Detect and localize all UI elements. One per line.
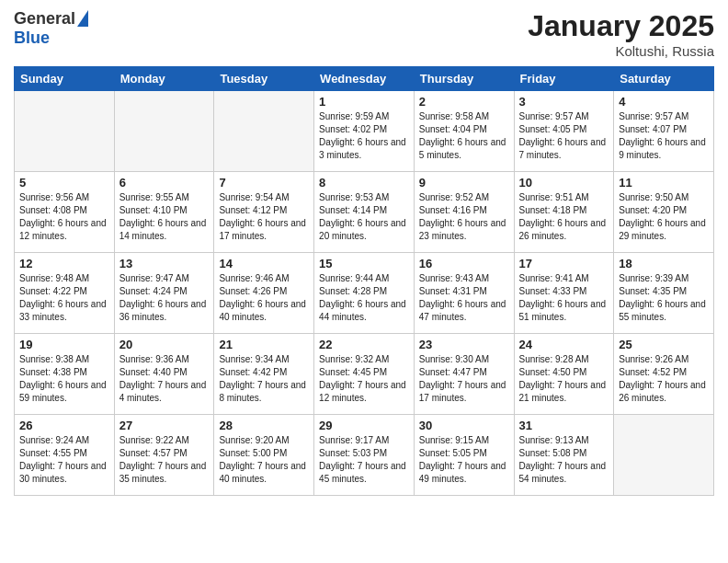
calendar-cell: 18Sunrise: 9:39 AMSunset: 4:35 PMDayligh… <box>614 253 714 334</box>
calendar-cell <box>214 91 314 172</box>
day-number: 19 <box>19 338 109 351</box>
cell-info: Sunrise: 9:41 AMSunset: 4:33 PMDaylight:… <box>519 272 609 324</box>
day-number: 26 <box>19 419 109 432</box>
day-number: 2 <box>419 95 509 109</box>
cell-info: Sunrise: 9:43 AMSunset: 4:31 PMDaylight:… <box>419 272 509 324</box>
calendar-cell: 15Sunrise: 9:44 AMSunset: 4:28 PMDayligh… <box>314 253 415 334</box>
calendar-week-row: 1Sunrise: 9:59 AMSunset: 4:02 PMDaylight… <box>15 91 714 172</box>
cell-info: Sunrise: 9:34 AMSunset: 4:42 PMDaylight:… <box>219 353 309 405</box>
calendar-week-row: 26Sunrise: 9:24 AMSunset: 4:55 PMDayligh… <box>15 415 714 496</box>
day-number: 21 <box>219 338 309 351</box>
cell-info: Sunrise: 9:39 AMSunset: 4:35 PMDaylight:… <box>619 272 709 324</box>
cell-info: Sunrise: 9:56 AMSunset: 4:08 PMDaylight:… <box>19 191 109 243</box>
cell-info: Sunrise: 9:47 AMSunset: 4:24 PMDaylight:… <box>119 272 210 324</box>
calendar-cell: 22Sunrise: 9:32 AMSunset: 4:45 PMDayligh… <box>314 334 415 415</box>
day-number: 3 <box>519 95 609 109</box>
calendar-cell: 20Sunrise: 9:36 AMSunset: 4:40 PMDayligh… <box>114 334 214 415</box>
cell-info: Sunrise: 9:58 AMSunset: 4:04 PMDaylight:… <box>419 110 509 162</box>
day-number: 23 <box>419 338 509 351</box>
logo-triangle-icon <box>77 10 88 27</box>
calendar-cell: 30Sunrise: 9:15 AMSunset: 5:05 PMDayligh… <box>414 415 514 496</box>
cell-info: Sunrise: 9:32 AMSunset: 4:45 PMDaylight:… <box>319 353 409 405</box>
cell-info: Sunrise: 9:53 AMSunset: 4:14 PMDaylight:… <box>319 191 409 243</box>
month-title: January 2025 <box>528 9 714 43</box>
calendar-day-header: Monday <box>114 67 214 91</box>
calendar-cell: 16Sunrise: 9:43 AMSunset: 4:31 PMDayligh… <box>414 253 514 334</box>
day-number: 1 <box>319 95 409 109</box>
day-number: 31 <box>519 419 609 432</box>
cell-info: Sunrise: 9:17 AMSunset: 5:03 PMDaylight:… <box>319 434 409 486</box>
cell-info: Sunrise: 9:57 AMSunset: 4:05 PMDaylight:… <box>519 110 609 162</box>
calendar-cell <box>114 91 214 172</box>
day-number: 18 <box>619 257 709 270</box>
calendar-cell: 3Sunrise: 9:57 AMSunset: 4:05 PMDaylight… <box>514 91 614 172</box>
calendar-cell: 29Sunrise: 9:17 AMSunset: 5:03 PMDayligh… <box>314 415 415 496</box>
calendar-cell: 25Sunrise: 9:26 AMSunset: 4:52 PMDayligh… <box>614 334 714 415</box>
calendar-cell: 14Sunrise: 9:46 AMSunset: 4:26 PMDayligh… <box>214 253 314 334</box>
cell-info: Sunrise: 9:50 AMSunset: 4:20 PMDaylight:… <box>619 191 709 243</box>
day-number: 11 <box>619 176 709 190</box>
cell-info: Sunrise: 9:24 AMSunset: 4:55 PMDaylight:… <box>19 434 109 486</box>
calendar-cell: 4Sunrise: 9:57 AMSunset: 4:07 PMDaylight… <box>614 91 714 172</box>
day-number: 17 <box>519 257 609 270</box>
day-number: 9 <box>419 176 509 190</box>
cell-info: Sunrise: 9:46 AMSunset: 4:26 PMDaylight:… <box>219 272 309 324</box>
cell-info: Sunrise: 9:54 AMSunset: 4:12 PMDaylight:… <box>219 191 309 243</box>
cell-info: Sunrise: 9:36 AMSunset: 4:40 PMDaylight:… <box>119 353 210 405</box>
calendar-cell: 19Sunrise: 9:38 AMSunset: 4:38 PMDayligh… <box>15 334 115 415</box>
cell-info: Sunrise: 9:15 AMSunset: 5:05 PMDaylight:… <box>419 434 509 486</box>
title-block: January 2025 Koltushi, Russia <box>528 9 714 59</box>
day-number: 15 <box>319 257 409 270</box>
calendar-day-header: Wednesday <box>314 67 415 91</box>
cell-info: Sunrise: 9:13 AMSunset: 5:08 PMDaylight:… <box>519 434 609 486</box>
calendar-cell: 24Sunrise: 9:28 AMSunset: 4:50 PMDayligh… <box>514 334 614 415</box>
day-number: 24 <box>519 338 609 351</box>
day-number: 30 <box>419 419 509 432</box>
cell-info: Sunrise: 9:57 AMSunset: 4:07 PMDaylight:… <box>619 110 709 162</box>
calendar-cell <box>614 415 714 496</box>
calendar-cell: 26Sunrise: 9:24 AMSunset: 4:55 PMDayligh… <box>15 415 115 496</box>
calendar-cell: 23Sunrise: 9:30 AMSunset: 4:47 PMDayligh… <box>414 334 514 415</box>
calendar-cell: 7Sunrise: 9:54 AMSunset: 4:12 PMDaylight… <box>214 172 314 253</box>
calendar-cell: 10Sunrise: 9:51 AMSunset: 4:18 PMDayligh… <box>514 172 614 253</box>
cell-info: Sunrise: 9:59 AMSunset: 4:02 PMDaylight:… <box>319 110 409 162</box>
cell-info: Sunrise: 9:20 AMSunset: 5:00 PMDaylight:… <box>219 434 309 486</box>
calendar-cell: 9Sunrise: 9:52 AMSunset: 4:16 PMDaylight… <box>414 172 514 253</box>
day-number: 22 <box>319 338 409 351</box>
page-header: General Blue January 2025 Koltushi, Russ… <box>14 9 714 59</box>
day-number: 8 <box>319 176 409 190</box>
cell-info: Sunrise: 9:55 AMSunset: 4:10 PMDaylight:… <box>119 191 210 243</box>
cell-info: Sunrise: 9:44 AMSunset: 4:28 PMDaylight:… <box>319 272 409 324</box>
calendar-cell <box>15 91 115 172</box>
calendar-day-header: Friday <box>514 67 614 91</box>
day-number: 14 <box>219 257 309 270</box>
calendar-cell: 27Sunrise: 9:22 AMSunset: 4:57 PMDayligh… <box>114 415 214 496</box>
cell-info: Sunrise: 9:26 AMSunset: 4:52 PMDaylight:… <box>619 353 709 405</box>
day-number: 6 <box>119 176 210 190</box>
calendar-cell: 5Sunrise: 9:56 AMSunset: 4:08 PMDaylight… <box>15 172 115 253</box>
logo-general: General <box>14 9 75 29</box>
day-number: 27 <box>119 419 210 432</box>
cell-info: Sunrise: 9:48 AMSunset: 4:22 PMDaylight:… <box>19 272 109 324</box>
calendar-cell: 12Sunrise: 9:48 AMSunset: 4:22 PMDayligh… <box>15 253 115 334</box>
day-number: 10 <box>519 176 609 190</box>
logo-blue: Blue <box>14 29 50 48</box>
calendar-week-row: 19Sunrise: 9:38 AMSunset: 4:38 PMDayligh… <box>15 334 714 415</box>
calendar-cell: 2Sunrise: 9:58 AMSunset: 4:04 PMDaylight… <box>414 91 514 172</box>
day-number: 28 <box>219 419 309 432</box>
day-number: 16 <box>419 257 509 270</box>
calendar-cell: 28Sunrise: 9:20 AMSunset: 5:00 PMDayligh… <box>214 415 314 496</box>
logo: General Blue <box>14 9 88 48</box>
calendar-day-header: Sunday <box>15 67 115 91</box>
cell-info: Sunrise: 9:22 AMSunset: 4:57 PMDaylight:… <box>119 434 210 486</box>
calendar-cell: 11Sunrise: 9:50 AMSunset: 4:20 PMDayligh… <box>614 172 714 253</box>
cell-info: Sunrise: 9:28 AMSunset: 4:50 PMDaylight:… <box>519 353 609 405</box>
cell-info: Sunrise: 9:38 AMSunset: 4:38 PMDaylight:… <box>19 353 109 405</box>
calendar-header-row: SundayMondayTuesdayWednesdayThursdayFrid… <box>15 67 714 91</box>
calendar-cell: 6Sunrise: 9:55 AMSunset: 4:10 PMDaylight… <box>114 172 214 253</box>
calendar-day-header: Tuesday <box>214 67 314 91</box>
day-number: 25 <box>619 338 709 351</box>
day-number: 7 <box>219 176 309 190</box>
calendar-cell: 13Sunrise: 9:47 AMSunset: 4:24 PMDayligh… <box>114 253 214 334</box>
calendar-cell: 21Sunrise: 9:34 AMSunset: 4:42 PMDayligh… <box>214 334 314 415</box>
